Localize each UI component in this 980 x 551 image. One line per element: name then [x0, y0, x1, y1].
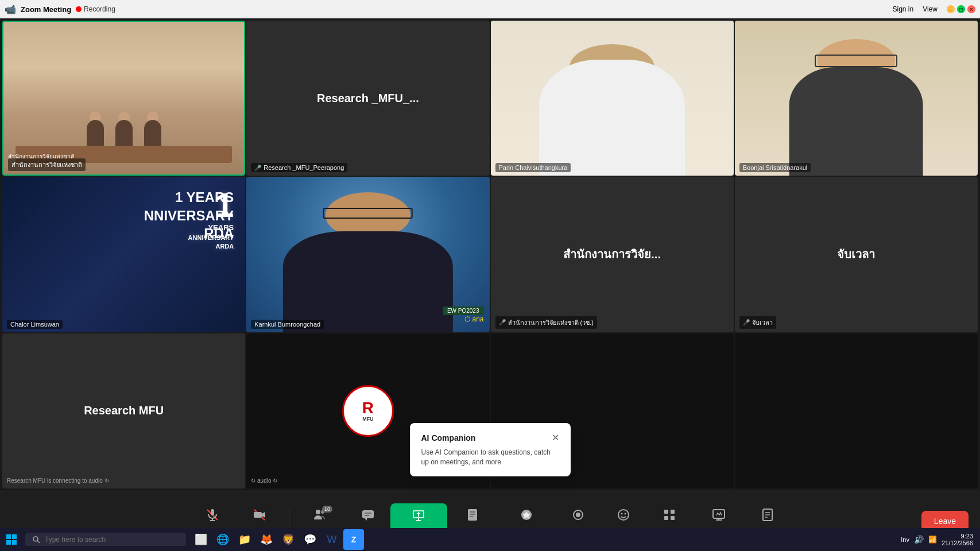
cell7-name-label: สำนักงานการวิจัยแห่งชาติ (วช.) [508, 317, 594, 328]
video-cell-6: EW PO2023 ⬡ ana Karnkul Bumroongchad [246, 177, 489, 332]
taskbar-app-firefox[interactable]: 🦊 [256, 529, 277, 550]
windows-taskbar: ⬜ 🌐 📁 🦊 🦁 💬 W Z Inv 🔊 📶 9:23 21/12/2566 [0, 528, 980, 551]
video-cell-5: 1 YEARS ANNIVERSARY ARDA Chalor Limsuwan [2, 177, 245, 332]
taskbar-app-edge[interactable]: 🌐 [212, 529, 233, 550]
video-cell-8: จับเวลา 🎤 จับเวลา [735, 177, 978, 332]
taskbar-right: Inv 🔊 📶 9:23 21/12/2566 [901, 533, 980, 546]
ai-popup-title: AI Companion [421, 433, 476, 443]
svg-rect-42 [6, 540, 11, 545]
taskbar-inv: Inv [901, 536, 909, 543]
video-cell-12 [735, 333, 978, 488]
reactions-icon [617, 508, 630, 525]
cell10-connecting: ↻ audio ↻ [251, 478, 277, 484]
svg-point-44 [33, 537, 38, 541]
cell1-thai-label: สำนักงานการวิจัยแห่งชาติ [8, 152, 75, 161]
titlebar-left: 📹 Zoom Meeting Recording [5, 4, 115, 15]
view-button[interactable]: View [923, 5, 938, 13]
cell5-name: Chalor Limsuwan [10, 321, 59, 328]
close-button[interactable]: × [967, 5, 975, 13]
svg-rect-29 [664, 510, 668, 514]
presenter-body [283, 231, 453, 332]
cell9-bg: Research MFU [2, 333, 245, 488]
taskbar-app-line[interactable]: 💬 [300, 529, 320, 550]
cell3-name: Parin Chaivisuthangkura [499, 164, 568, 171]
svg-rect-32 [671, 516, 675, 520]
cell2-bg: Research _MFU_... [246, 21, 489, 176]
chat-icon [361, 508, 375, 525]
svg-rect-18 [468, 509, 477, 521]
taskbar-app-explorer[interactable]: 📁 [234, 529, 255, 550]
meeting-grid: สำนักงานการวิจัยแห่งชาติ สำนักงานการวิจั… [0, 18, 980, 491]
ai-popup-text: Use AI Companion to ask questions, catch… [421, 448, 559, 467]
svg-rect-30 [671, 510, 675, 514]
apps-icon [663, 508, 676, 525]
search-input[interactable] [45, 536, 160, 544]
cell8-label: 🎤 จับเวลา [739, 316, 776, 329]
taskbar-speaker[interactable]: 🔊 [914, 535, 924, 544]
ai-companion-icon [520, 508, 533, 525]
video-cell-1: สำนักงานการวิจัยแห่งชาติ สำนักงานการวิจั… [2, 21, 245, 176]
ew-badge: EW PO2023 [443, 306, 484, 315]
cell3-label: Parin Chaivisuthangkura [495, 163, 571, 172]
cell1-name: สำนักงานการวิจัยแห่งชาติ [11, 160, 82, 170]
taskbar-app-brave[interactable]: 🦁 [278, 529, 299, 550]
cell7-mic: 🎤 [499, 319, 506, 325]
video-cell-2: Research _MFU_... 🎤 Research _MFU_Peerap… [246, 21, 489, 176]
maximize-button[interactable]: □ [957, 5, 965, 13]
share-screen-icon [412, 508, 425, 525]
taskbar-search[interactable] [25, 533, 186, 546]
summary-icon [466, 508, 479, 525]
cell9-name: Research MFU [84, 404, 164, 417]
window-controls: – □ × [947, 5, 975, 13]
start-button[interactable] [0, 528, 23, 551]
taskbar-app-task-view[interactable]: ⬜ [191, 529, 211, 550]
cell2-label: 🎤 Research _MFU_Peerapong [251, 163, 347, 172]
cell4-label: Boonjai Srisatidnarakul [739, 163, 811, 172]
participants-icon: 10 [313, 508, 327, 525]
start-video-icon [253, 508, 266, 525]
video-cell-9: Research MFU Research MFU is connecting … [2, 333, 245, 488]
cell6-label: Karnkul Bumroongchad [251, 320, 324, 329]
svg-point-7 [316, 510, 320, 514]
mfu-text: MFU [362, 416, 374, 422]
video-cell-3: Parin Chaivisuthangkura [491, 21, 734, 176]
cell6-name: Karnkul Bumroongchad [254, 321, 320, 328]
svg-point-28 [625, 513, 626, 515]
titlebar: 📹 Zoom Meeting Recording Sign in View – … [0, 0, 980, 18]
taskbar-network: 📶 [928, 536, 937, 544]
video-cell-7: สำนักงานการวิจัย... 🎤 สำนักงานการวิจัยแห… [491, 177, 734, 332]
svg-rect-40 [6, 534, 11, 539]
cell8-mic: 🎤 [743, 319, 750, 325]
svg-rect-5 [254, 512, 262, 518]
ai-popup-header: AI Companion ✕ [421, 432, 559, 443]
cell7-label: 🎤 สำนักงานการวิจัยแห่งชาติ (วช.) [495, 316, 597, 329]
cell2-name: Research _MFU_... [317, 92, 419, 105]
whiteboards-icon [712, 508, 726, 525]
recording-badge: Recording [76, 5, 115, 13]
ai-popup-close-button[interactable]: ✕ [552, 432, 559, 443]
video-cell-4: Boonjai Srisatidnarakul [735, 21, 978, 176]
taskbar-app-zoom[interactable]: Z [343, 529, 364, 550]
record-icon [571, 508, 585, 525]
woman-body [789, 67, 923, 176]
window-title: Zoom Meeting [21, 5, 71, 14]
cell8-bg: จับเวลา [735, 177, 978, 332]
sign-in-link[interactable]: Sign in [893, 5, 914, 13]
cell8-name: จับเวลา [837, 245, 875, 263]
svg-rect-1 [211, 509, 214, 515]
svg-point-27 [621, 513, 623, 515]
notes-icon [761, 508, 774, 525]
svg-rect-43 [12, 540, 17, 545]
cell9-connecting: Research MFU is connecting to audio ↻ [7, 478, 109, 484]
minimize-button[interactable]: – [947, 5, 955, 13]
ana-badge: ⬡ ana [464, 315, 483, 323]
svg-rect-31 [664, 516, 668, 520]
glasses [815, 55, 897, 67]
mfu-r: R [362, 400, 374, 416]
man-body [539, 60, 685, 176]
taskbar-app-word[interactable]: W [321, 529, 342, 550]
svg-rect-9 [362, 510, 374, 518]
participants-count: 10 [322, 506, 332, 513]
cell5-label: Chalor Limsuwan [7, 320, 63, 329]
cell8-name-label: จับเวลา [752, 317, 773, 328]
